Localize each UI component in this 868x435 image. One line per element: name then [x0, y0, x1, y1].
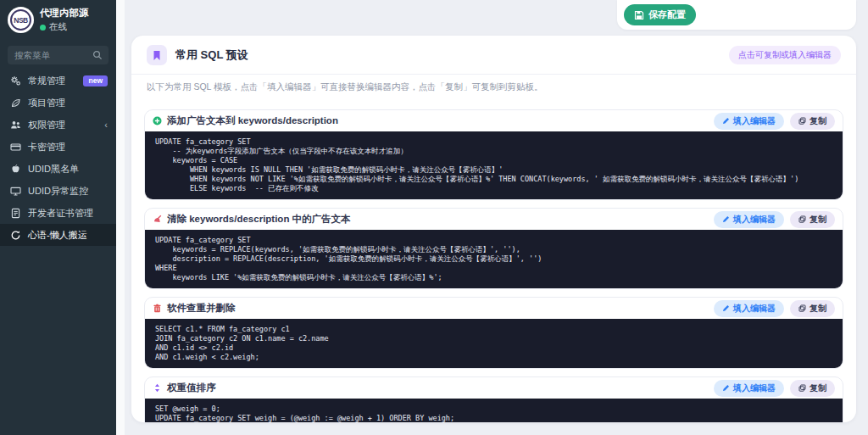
- section-title: 添加广告文本到 keywords/description: [167, 114, 338, 127]
- fill-editor-label: 填入编辑器: [733, 214, 776, 226]
- fill-editor-button[interactable]: 填入编辑器: [714, 380, 784, 397]
- fill-editor-label: 填入编辑器: [733, 115, 776, 127]
- leaf-icon: [10, 98, 21, 109]
- app-title: 代理内部源: [40, 7, 89, 20]
- bookmark-icon: [152, 50, 162, 61]
- sidebar-item-label: 权限管理: [28, 119, 65, 131]
- sidebar-item-label: UDID异常监控: [28, 185, 88, 198]
- copy-icon: [798, 215, 806, 223]
- sql-sections: 添加广告文本到 keywords/description 填入编辑器 复制 UP…: [131, 95, 856, 422]
- sidebar-item-dev-certs[interactable]: 开发者证书管理: [0, 202, 116, 224]
- fill-editor-label: 填入编辑器: [733, 303, 776, 315]
- brand: NSB 代理内部源 在线: [0, 0, 116, 38]
- fill-editor-button[interactable]: 填入编辑器: [714, 211, 784, 228]
- topbar-card: 保存配置: [617, 0, 856, 30]
- sidebar-item-udid-monitor[interactable]: UDID异常监控: [0, 180, 116, 202]
- monitor-icon: [10, 186, 21, 197]
- plus-circle-icon: [153, 116, 162, 125]
- sql-section-weigh-sort: 权重值排序 填入编辑器 复制 SET @weigh = 0; UPDATE fa…: [144, 376, 843, 422]
- sidebar-nav: 常规管理 new 项目管理 权限管理 ‹ 卡密管理 UDID黑名: [0, 70, 116, 246]
- chevron-left-icon[interactable]: ‹: [104, 120, 108, 130]
- hint-badge: 点击可复制或填入编辑器: [729, 46, 841, 64]
- sql-section-add-ads: 添加广告文本到 keywords/description 填入编辑器 复制 UP…: [144, 109, 843, 200]
- card-header: 常用 SQL 预设 点击可复制或填入编辑器: [131, 36, 856, 75]
- section-title: 软件查重并删除: [167, 302, 236, 315]
- copy-button[interactable]: 复制: [790, 211, 835, 228]
- sidebar-item-projects[interactable]: 项目管理: [0, 92, 116, 114]
- card-icon: [10, 142, 21, 153]
- bookmark-chip: [147, 45, 167, 65]
- copy-label: 复制: [810, 303, 826, 315]
- copy-label: 复制: [810, 214, 826, 226]
- sql-code-block[interactable]: UPDATE fa_category SET keywords = REPLAC…: [145, 230, 843, 288]
- sidebar-item-udid-blacklist[interactable]: UDID黑名单: [0, 158, 116, 180]
- pencil-icon: [722, 215, 730, 223]
- sql-code-block[interactable]: SET @weigh = 0; UPDATE fa_category SET w…: [145, 399, 843, 422]
- section-title: 清除 keywords/description 中的广告文本: [167, 213, 351, 226]
- section-header: 软件查重并删除 填入编辑器 复制: [145, 298, 843, 319]
- sidebar-item-label: UDID黑名单: [28, 163, 79, 176]
- fill-editor-label: 填入编辑器: [733, 382, 776, 394]
- sidebar-item-label: 项目管理: [28, 97, 65, 109]
- sidebar-item-label: 开发者证书管理: [28, 207, 93, 220]
- copy-icon: [798, 384, 806, 392]
- online-status-dot: [40, 25, 46, 31]
- new-badge: new: [83, 75, 108, 86]
- sidebar-item-permissions[interactable]: 权限管理 ‹: [0, 114, 116, 136]
- copy-button[interactable]: 复制: [790, 380, 835, 397]
- sidebar-item-label: 常规管理: [28, 75, 65, 87]
- gears-icon: [10, 75, 21, 86]
- sidebar-item-label: 卡密管理: [28, 141, 65, 153]
- pencil-icon: [722, 384, 730, 392]
- sql-section-clean-ads: 清除 keywords/description 中的广告文本 填入编辑器 复制 …: [144, 208, 843, 289]
- copy-button[interactable]: 复制: [790, 300, 835, 317]
- apple-icon: [10, 164, 21, 175]
- sql-code-block[interactable]: SELECT c1.* FROM fa_category c1 JOIN fa_…: [145, 319, 843, 368]
- pencil-icon: [722, 117, 730, 125]
- sidebar-scrollbar[interactable]: [116, 0, 125, 435]
- sql-code-block[interactable]: UPDATE fa_category SET -- 为keywords字段添加广…: [145, 131, 843, 199]
- fill-editor-button[interactable]: 填入编辑器: [714, 113, 784, 130]
- save-config-button[interactable]: 保存配置: [624, 4, 696, 25]
- card-title: 常用 SQL 预设: [175, 47, 248, 63]
- section-header: 权重值排序 填入编辑器 复制: [145, 377, 843, 399]
- broom-icon: [153, 215, 162, 224]
- users-icon: [10, 120, 21, 131]
- save-icon: [634, 10, 644, 20]
- section-header: 添加广告文本到 keywords/description 填入编辑器 复制: [145, 110, 843, 131]
- copy-icon: [798, 304, 806, 312]
- sidebar: NSB 代理内部源 在线 常规管理 new 项目管理: [0, 0, 116, 435]
- sql-section-dedupe: 软件查重并删除 填入编辑器 复制 SELECT c1.* FROM fa_cat…: [144, 297, 843, 369]
- section-title: 权重值排序: [167, 382, 216, 394]
- certificate-icon: [10, 208, 21, 219]
- trash-icon: [153, 304, 162, 313]
- fill-editor-button[interactable]: 填入编辑器: [714, 300, 784, 317]
- copy-label: 复制: [810, 382, 826, 394]
- sidebar-search: [8, 46, 108, 64]
- sidebar-item-xinyu-porter[interactable]: 心语-懒人搬运: [0, 224, 116, 246]
- copy-icon: [798, 117, 806, 125]
- online-status: 在线: [40, 21, 89, 33]
- copy-label: 复制: [810, 115, 826, 127]
- app-logo: NSB: [8, 7, 34, 33]
- search-icon: [92, 50, 103, 60]
- sidebar-item-label: 心语-懒人搬运: [28, 229, 87, 242]
- sidebar-item-general[interactable]: 常规管理 new: [0, 70, 116, 92]
- card-subtitle: 以下为常用 SQL 模板，点击「填入编辑器」可直接替换编辑器内容，点击「复制」可…: [131, 75, 856, 95]
- pencil-icon: [722, 304, 730, 312]
- online-status-label: 在线: [49, 21, 67, 33]
- logo-monogram: NSB: [10, 9, 31, 31]
- copy-button[interactable]: 复制: [790, 113, 835, 130]
- sort-icon: [153, 383, 162, 393]
- section-header: 清除 keywords/description 中的广告文本 填入编辑器 复制: [145, 209, 843, 230]
- sidebar-item-cards[interactable]: 卡密管理: [0, 136, 116, 158]
- sql-presets-card: 常用 SQL 预设 点击可复制或填入编辑器 以下为常用 SQL 模板，点击「填入…: [131, 36, 856, 422]
- save-config-label: 保存配置: [648, 8, 686, 21]
- refresh-icon: [10, 230, 21, 241]
